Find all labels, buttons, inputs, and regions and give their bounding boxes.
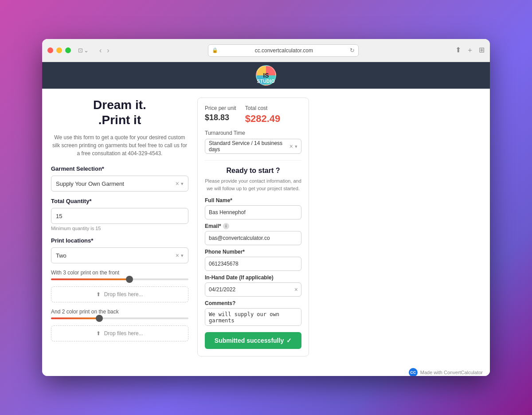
back-drop-label: Drop files here... xyxy=(104,330,143,337)
garment-arrow-icon: ▾ xyxy=(181,181,184,187)
total-cost-label: Total cost xyxy=(245,105,281,111)
full-name-input[interactable] xyxy=(205,205,301,219)
reload-icon[interactable]: ↻ xyxy=(350,47,355,54)
quantity-label: Total Quantity* xyxy=(51,198,188,204)
price-per-unit-block: Price per unit $18.83 xyxy=(205,105,236,122)
logo: IS STUDIO xyxy=(256,65,276,86)
back-slider-thumb[interactable] xyxy=(96,315,103,322)
titlebar: ⊡ ⌄ ‹ › 🔒 cc.convertcalculator.com ↻ ⬆ ＋… xyxy=(42,39,490,62)
hero-title: Dream it. .Print it xyxy=(51,98,188,127)
phone-label: Phone Number* xyxy=(205,249,301,255)
print-locations-clear-icon[interactable]: × xyxy=(176,252,179,259)
print-locations-group: Print locations* Two × ▾ xyxy=(51,237,188,263)
close-button[interactable] xyxy=(47,47,53,53)
logo-subtitle: STUDIO xyxy=(257,79,275,84)
date-wrapper: × xyxy=(205,282,301,297)
garment-clear-icon[interactable]: × xyxy=(176,180,179,187)
garment-value: Supply Your Own Garment xyxy=(56,180,176,187)
minimize-button[interactable] xyxy=(56,47,62,53)
browser-window: ⊡ ⌄ ‹ › 🔒 cc.convertcalculator.com ↻ ⬆ ＋… xyxy=(42,39,490,376)
address-bar-container: 🔒 cc.convertcalculator.com ↻ xyxy=(115,44,452,57)
front-slider-track xyxy=(51,278,188,280)
garment-label: Garment Selection* xyxy=(51,165,188,172)
print-locations-select[interactable]: Two × ▾ xyxy=(51,247,188,263)
email-info-icon[interactable]: i xyxy=(223,223,229,229)
turnaround-arrow-icon: ▾ xyxy=(295,144,297,149)
front-slider-thumb[interactable] xyxy=(126,276,133,283)
chevron-down-icon: ⌄ xyxy=(84,47,89,54)
ready-title: Ready to start ? xyxy=(205,167,301,175)
comments-label: Comments? xyxy=(205,300,301,306)
sidebar-toggle[interactable]: ⊡ ⌄ xyxy=(78,47,89,54)
back-slider-label: And 2 color print on the back xyxy=(51,309,188,315)
turnaround-label: Turnaround Time xyxy=(205,130,301,136)
quantity-hint: Minimum quantity is 15 xyxy=(51,226,188,231)
inhand-label: In-Hand Date (If applicable) xyxy=(205,274,301,281)
new-tab-icon[interactable]: ＋ xyxy=(466,46,473,55)
total-cost-block: Total cost $282.49 xyxy=(245,105,281,125)
price-per-unit-value: $18.83 xyxy=(205,113,236,122)
phone-input[interactable] xyxy=(205,257,301,271)
address-bar[interactable]: 🔒 cc.convertcalculator.com ↻ xyxy=(208,44,359,57)
nav-arrows: ‹ › xyxy=(98,46,111,55)
print-locations-arrow-icon: ▾ xyxy=(181,253,184,258)
email-label: Email* i xyxy=(205,223,301,229)
cc-badge: CC xyxy=(409,368,418,376)
garment-select[interactable]: Supply Your Own Garment × ▾ xyxy=(51,176,188,192)
turnaround-select[interactable]: Standard Service / 14 business days × ▾ xyxy=(205,139,301,154)
sidebar-icon: ⊡ xyxy=(78,47,83,54)
date-clear-icon[interactable]: × xyxy=(294,286,298,293)
forward-button[interactable]: › xyxy=(105,46,111,55)
upload-icon: ⬆ xyxy=(96,291,101,298)
submit-button[interactable]: Submitted successfully ✓ xyxy=(205,332,301,349)
back-print-group: And 2 color print on the back xyxy=(51,309,188,319)
quantity-group: Total Quantity* 15 Minimum quantity is 1… xyxy=(51,198,188,231)
back-button[interactable]: ‹ xyxy=(98,46,103,55)
ready-section: Ready to start ? Please provide your con… xyxy=(205,160,301,349)
email-input[interactable] xyxy=(205,231,301,245)
ready-desc: Please provide your contact information,… xyxy=(205,177,301,192)
back-slider-track xyxy=(51,317,188,319)
price-per-unit-label: Price per unit xyxy=(205,105,236,111)
hero-subtitle: We use this form to get a quote for your… xyxy=(51,133,188,157)
back-drop-zone[interactable]: ⬆ Drop files here... xyxy=(51,325,188,341)
grid-icon[interactable]: ⊞ xyxy=(479,46,485,55)
pricing-row: Price per unit $18.83 Total cost $282.49 xyxy=(205,105,301,125)
url-text: cc.convertcalculator.com xyxy=(221,47,347,54)
front-slider-container xyxy=(51,278,188,280)
titlebar-right: ⬆ ＋ ⊞ xyxy=(455,46,485,55)
main-content: Dream it. .Print it We use this form to … xyxy=(42,89,490,365)
title-line1: Dream it. xyxy=(93,98,146,112)
turnaround-value: Standard Service / 14 business days xyxy=(209,140,289,153)
share-icon[interactable]: ⬆ xyxy=(455,46,461,55)
front-print-group: With 3 color print on the front xyxy=(51,270,188,280)
left-panel: Dream it. .Print it We use this form to … xyxy=(51,98,188,348)
traffic-lights xyxy=(47,47,71,53)
date-input[interactable] xyxy=(205,282,301,297)
front-drop-zone[interactable]: ⬆ Drop files here... xyxy=(51,286,188,302)
print-locations-label: Print locations* xyxy=(51,237,188,244)
comments-input[interactable]: We will supply our own garments xyxy=(205,308,301,326)
front-slider-label: With 3 color print on the front xyxy=(51,270,188,276)
front-drop-label: Drop files here... xyxy=(104,291,143,298)
submit-label: Submitted successfully xyxy=(215,337,284,344)
print-locations-value: Two xyxy=(56,252,176,259)
quantity-input[interactable]: 15 xyxy=(51,208,188,224)
title-line2: .Print it xyxy=(98,113,141,127)
browser-content: IS STUDIO Dream it. .Print it We use thi… xyxy=(42,62,490,376)
maximize-button[interactable] xyxy=(65,47,71,53)
made-with-text: Made with ConvertCalculator xyxy=(420,370,483,375)
logo-letters: IS xyxy=(263,72,269,79)
lock-icon: 🔒 xyxy=(212,47,218,53)
back-slider-container xyxy=(51,317,188,319)
full-name-label: Full Name* xyxy=(205,197,301,204)
upload-icon-2: ⬆ xyxy=(96,330,101,337)
made-with-footer: CC Made with ConvertCalculator xyxy=(42,365,490,376)
app-header: IS STUDIO xyxy=(42,62,490,89)
back-slider-fill xyxy=(51,317,99,319)
check-icon: ✓ xyxy=(286,337,292,344)
front-slider-fill xyxy=(51,278,129,280)
garment-group: Garment Selection* Supply Your Own Garme… xyxy=(51,165,188,192)
turnaround-clear-icon[interactable]: × xyxy=(289,143,293,150)
right-panel: Price per unit $18.83 Total cost $282.49… xyxy=(197,98,309,356)
